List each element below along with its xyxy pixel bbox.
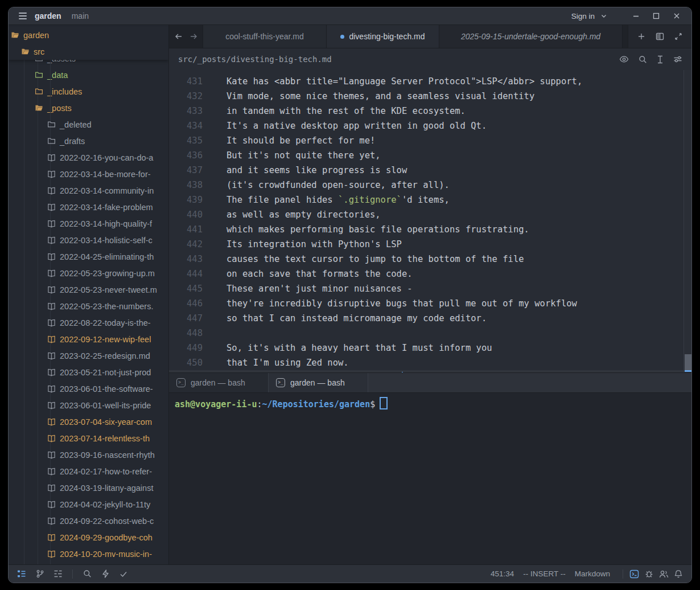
file-tree-file[interactable]: 2022-03-14-high-quality-f	[9, 215, 168, 232]
preview-icon[interactable]	[619, 55, 629, 63]
editor-line[interactable]: 438(it's crowdfunded open-source, after …	[169, 178, 691, 192]
editor-line[interactable]: 450that I'm using Zed now.	[169, 355, 691, 370]
minimize-button[interactable]	[628, 9, 644, 23]
close-button[interactable]	[669, 9, 685, 23]
file-tree-file[interactable]: 2023-02-25-redesign.md	[9, 347, 168, 364]
vim-mode-indicator: -- INSERT --	[523, 569, 566, 578]
line-text: The file panel hides `.gitignore`'d item…	[203, 192, 450, 207]
file-tree-file[interactable]: 2024-09-22-cohost-web-c	[9, 513, 168, 529]
file-tree-file[interactable]: 2023-09-16-nascent-rhyth	[9, 446, 168, 463]
split-pane-icon[interactable]	[656, 32, 664, 40]
terminal-cursor	[380, 397, 388, 409]
chevron-down-icon[interactable]	[600, 13, 607, 19]
inline-assist-icon[interactable]	[657, 55, 664, 64]
editor-line[interactable]: 449So, it's with a heavy heart that I mu…	[169, 341, 691, 355]
file-tree-file[interactable]: 2024-10-20-mv-music-in-	[9, 546, 168, 562]
file-tree-file[interactable]: 2022-03-14-fake-problem	[9, 199, 168, 215]
debug-icon[interactable]	[641, 568, 656, 580]
file-tree-file[interactable]: 2023-05-21-not-just-prod	[9, 364, 168, 380]
maximize-button[interactable]	[648, 9, 664, 23]
editor-line[interactable]: 431Kate has <abbr title="Language Server…	[169, 74, 691, 89]
editor-line[interactable]: 446they're incredibly disruptive bugs th…	[169, 296, 691, 311]
new-tab-icon[interactable]	[637, 32, 645, 40]
buffer-search-icon[interactable]	[639, 55, 647, 64]
file-tree-file[interactable]: 2023-07-04-six-year-com	[9, 413, 168, 430]
search-panel-icon[interactable]	[80, 568, 94, 580]
line-number: 438	[169, 178, 203, 192]
file-tree-file[interactable]: 2022-05-23-never-tweet.m	[9, 281, 168, 298]
editor-tab[interactable]: 2025-09-15-undertale-good-enough.md	[439, 25, 623, 48]
file-tree-file[interactable]: 2022-05-23-growing-up.m	[9, 265, 168, 281]
editor-line[interactable]: 444on each save that formats the code.	[169, 267, 691, 281]
editor-line[interactable]: 441which makes performing basic file ope…	[169, 222, 691, 237]
sign-in-button[interactable]: Sign in	[571, 12, 595, 21]
file-tree-file[interactable]: 2022-03-14-holistic-self-c	[9, 232, 168, 248]
editor-line[interactable]: 433in tandem with the rest of the KDE ec…	[169, 104, 691, 118]
editor-line[interactable]: 434It's a native desktop app written in …	[169, 118, 691, 133]
file-tree-folder[interactable]: _deleted	[9, 116, 168, 133]
collab-icon[interactable]	[656, 568, 671, 580]
editor-line[interactable]: 445These aren't just minor nuisances -	[169, 281, 691, 296]
file-tree-file[interactable]: 2024-03-19-litany-against	[9, 480, 168, 496]
editor-controls-icon[interactable]	[673, 55, 682, 63]
editor-line[interactable]: 447so that I can instead micromanage my …	[169, 311, 691, 326]
editor-tab[interactable]: divesting-big-tech.md	[327, 25, 439, 48]
terminal-tab[interactable]: >_garden — bash	[169, 373, 269, 392]
file-tree-folder[interactable]: _includes	[9, 83, 168, 100]
file-tree-file[interactable]: 2023-06-01-the-software-	[9, 380, 168, 397]
editor-line[interactable]: 432Vim mode, some nice themes, and a sea…	[169, 89, 691, 104]
diagnostics-icon[interactable]	[116, 568, 131, 580]
file-tree-file[interactable]: 2023-06-01-well-its-pride	[9, 397, 168, 413]
file-tree-file[interactable]: 2022-03-14-community-in	[9, 182, 168, 199]
editor-line[interactable]: 439The file panel hides `.gitignore`'d i…	[169, 192, 691, 207]
file-tree-file[interactable]: 2022-03-14-be-more-for-	[9, 166, 168, 182]
outline-panel-icon[interactable]	[51, 568, 65, 580]
editor-line[interactable]: 448	[169, 326, 691, 341]
file-tree-file[interactable]: 2022-08-22-today-is-the-	[9, 314, 168, 331]
line-text: which makes performing basic file operat…	[203, 222, 529, 237]
breadcrumb[interactable]: src/_posts/divesting-big-tech.md	[178, 55, 332, 64]
editor-line[interactable]: 442Its integration with Python's LSP	[169, 237, 691, 252]
file-tree-file[interactable]: 2022-02-16-you-can-do-a	[9, 149, 168, 166]
editor-line[interactable]: 443causes the text cursor to jump to the…	[169, 252, 691, 267]
editor-line[interactable]: 440as well as empty directories,	[169, 207, 691, 222]
file-tree-file[interactable]: 2024-04-02-jekyll-to-11ty	[9, 496, 168, 513]
assistant-icon[interactable]	[98, 568, 113, 580]
terminal-pane[interactable]: ash@voyager-ii-u:~/Repositories/garden$	[169, 393, 691, 564]
editor-line[interactable]: 451It wasn't supposed to be this way	[169, 370, 691, 372]
file-tree-folder[interactable]: _data	[9, 67, 168, 83]
editor-line[interactable]: 435It should be perfect for me!	[169, 133, 691, 148]
git-branch-name[interactable]: main	[72, 11, 89, 21]
file-tree-file[interactable]: 2022-05-23-the-numbers.	[9, 298, 168, 314]
file-tree-file[interactable]: 2022-09-12-new-wip-feel	[9, 331, 168, 347]
git-panel-icon[interactable]	[32, 568, 47, 580]
menu-icon[interactable]	[19, 13, 27, 19]
project-panel-icon[interactable]	[14, 568, 29, 580]
notifications-icon[interactable]	[671, 568, 686, 580]
markdown-file-icon	[47, 451, 56, 459]
file-tree-file[interactable]: 2024-02-17-how-to-refer-	[9, 463, 168, 480]
markdown-file-icon	[47, 154, 56, 162]
back-icon[interactable]	[174, 32, 183, 40]
file-tree-file[interactable]: 2022-04-25-eliminating-th	[9, 248, 168, 265]
forward-icon[interactable]	[190, 32, 198, 40]
scrollbar-thumb[interactable]	[685, 354, 691, 370]
file-tree-file[interactable]: 2024-09-29-goodbye-coh	[9, 529, 168, 546]
zoom-pane-icon[interactable]	[674, 32, 682, 40]
terminal-icon[interactable]	[627, 568, 641, 580]
terminal-icon: >_	[276, 378, 285, 387]
editor-tab[interactable]: cool-stuff-this-year.md	[203, 25, 327, 48]
file-tree-folder[interactable]: _posts	[9, 100, 168, 116]
cursor-position[interactable]: 451:34	[491, 569, 514, 578]
project-name[interactable]: garden	[35, 11, 61, 21]
editor-line[interactable]: 437and it seems like progress is slow	[169, 163, 691, 178]
editor-line[interactable]: 436But it's not quite there yet,	[169, 148, 691, 163]
terminal-tab[interactable]: >_garden — bash	[269, 373, 368, 392]
file-tree-folder[interactable]: _drafts	[9, 133, 168, 149]
file-tree-file[interactable]: 2023-07-14-relentless-th	[9, 430, 168, 446]
language-selector[interactable]: Markdown	[575, 569, 610, 578]
file-tree-folder[interactable]: src	[9, 43, 168, 60]
editor-scrollbar[interactable]	[683, 70, 691, 372]
file-tree-folder[interactable]: garden	[9, 27, 168, 43]
editor-pane[interactable]: 431Kate has <abbr title="Language Server…	[169, 70, 691, 372]
